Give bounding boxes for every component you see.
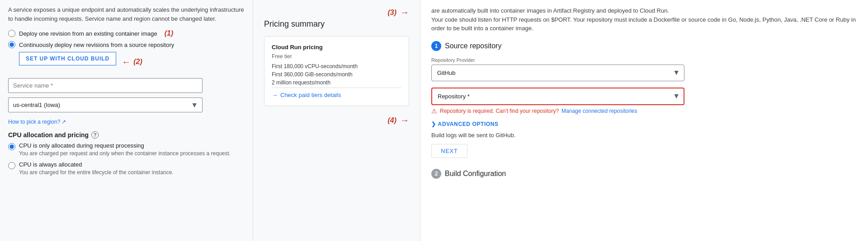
annotation-4-container: (4) →	[264, 115, 409, 125]
repository-select-wrapper: Repository * ▼	[431, 88, 684, 105]
cpu-radio-1-row: CPU is only allocated during request pro…	[8, 142, 245, 158]
region-field: us-central1 (Iowa) ▼	[8, 97, 245, 112]
description-text: A service exposes a unique endpoint and …	[8, 5, 245, 23]
right-desc-text-1: are automatically built into container i…	[431, 7, 669, 14]
right-description-1: are automatically built into container i…	[431, 6, 857, 33]
build-config-title-text: Build Configuration	[445, 170, 506, 178]
repo-provider-select[interactable]: GitHub	[431, 65, 684, 81]
cpu-radio-2[interactable]	[8, 162, 15, 169]
external-link-icon: ↗	[61, 119, 66, 125]
build-config-section-title: 2 Build Configuration	[431, 169, 857, 179]
source-repo-title-text: Source repository	[445, 42, 501, 50]
arrow-3: →	[400, 7, 409, 18]
cpu-option-2-desc: You are charged for the entire lifecycle…	[19, 169, 174, 176]
pricing-title: Pricing summary	[264, 19, 409, 29]
region-link[interactable]: How to pick a region? ↗	[8, 119, 66, 125]
repo-provider-label: Repository Provider	[431, 57, 857, 63]
annotation-3: (3)	[387, 9, 396, 17]
next-button[interactable]: NEXT	[431, 144, 467, 158]
left-panel: A service exposes a unique endpoint and …	[0, 0, 253, 241]
radio-group: Deploy one revision from an existing con…	[8, 29, 245, 48]
cpu-radio-2-row: CPU is always allocated You are charged …	[8, 161, 245, 176]
repository-error-message: ⚠ Repository is required. Can't find you…	[431, 107, 857, 115]
cloud-run-pricing-title: Cloud Run pricing	[272, 44, 401, 51]
free-tier-label: Free tier	[272, 53, 401, 60]
section-number-1: 1	[431, 41, 441, 51]
arrow-annotation-2: ←	[122, 57, 131, 67]
radio-existing-image[interactable]	[8, 30, 15, 37]
section-number-2: 2	[431, 169, 441, 179]
manage-connected-repos-link[interactable]: Manage connected repositories	[561, 108, 637, 114]
arrow-right-icon: →	[272, 92, 278, 98]
advanced-options-label: ADVANCED OPTIONS	[438, 121, 499, 127]
pricing-item-1: First 180,000 vCPU-seconds/month	[272, 63, 401, 70]
radio-option-2-row: Continuously deploy new revisions from a…	[8, 41, 245, 48]
cpu-help-icon[interactable]: ?	[91, 131, 99, 139]
cpu-option-2-text: CPU is always allocated You are charged …	[19, 161, 174, 176]
cpu-option-2: CPU is always allocated You are charged …	[8, 161, 245, 176]
middle-panel: (3) → Pricing summary Cloud Run pricing …	[253, 0, 420, 241]
service-name-field	[8, 78, 245, 93]
annotation-1: (1)	[165, 29, 174, 37]
region-select-wrapper: us-central1 (Iowa) ▼	[8, 97, 203, 112]
cpu-radio-1[interactable]	[8, 143, 15, 150]
cloud-build-button[interactable]: SET UP WITH CLOUD BUILD	[19, 52, 116, 65]
radio-option-1-row: Deploy one revision from an existing con…	[8, 29, 245, 37]
pricing-item-3: 2 million requests/month	[272, 79, 401, 86]
repo-provider-group: Repository Provider GitHub ▼	[431, 57, 857, 81]
radio-source-repo[interactable]	[8, 41, 15, 48]
cpu-option-1-label[interactable]: CPU is only allocated during request pro…	[19, 142, 231, 149]
cloud-build-row: SET UP WITH CLOUD BUILD ← (2)	[8, 52, 245, 72]
build-logs-text: Build logs will be sent to GitHub.	[431, 132, 857, 139]
check-paid-tiers-text: Check paid tiers details	[280, 92, 341, 98]
cpu-option-2-label[interactable]: CPU is always allocated	[19, 161, 174, 168]
repo-provider-select-wrapper: GitHub ▼	[431, 65, 684, 81]
annotation-3-container: (3) →	[264, 7, 409, 18]
arrow-4: →	[400, 115, 409, 125]
annotation-4: (4)	[387, 116, 396, 125]
annotation-2: (2)	[133, 58, 142, 66]
cpu-option-1: CPU is only allocated during request pro…	[8, 142, 245, 158]
cpu-option-1-desc: You are charged per request and only whe…	[19, 150, 231, 158]
error-icon: ⚠	[431, 107, 437, 115]
right-panel: are automatically built into container i…	[420, 0, 868, 241]
pricing-card: Cloud Run pricing Free tier First 180,00…	[264, 36, 409, 106]
region-link-container: How to pick a region? ↗	[8, 117, 245, 125]
radio-option-2-label[interactable]: Continuously deploy new revisions from a…	[19, 42, 174, 48]
advanced-options-toggle[interactable]: ❯ ADVANCED OPTIONS	[431, 121, 857, 127]
source-repo-section-title: 1 Source repository	[431, 41, 857, 51]
pricing-item-2: First 360,000 GiB-seconds/month	[272, 71, 401, 78]
cpu-option-1-text: CPU is only allocated during request pro…	[19, 142, 231, 158]
repository-group: Repository * ▼ ⚠ Repository is required.…	[431, 88, 857, 115]
chevron-down-icon: ❯	[431, 121, 436, 127]
radio-option-1-label[interactable]: Deploy one revision from an existing con…	[19, 30, 157, 37]
check-paid-tiers-link[interactable]: → Check paid tiers details	[272, 88, 401, 98]
cpu-section-title: CPU allocation and pricing	[8, 131, 89, 139]
repository-select[interactable]: Repository *	[431, 88, 684, 105]
cpu-section-header: CPU allocation and pricing ?	[8, 131, 245, 139]
service-name-input[interactable]	[8, 78, 203, 93]
error-text: Repository is required. Can't find your …	[440, 108, 559, 114]
right-desc-text-2: Your code should listen for HTTP request…	[431, 16, 856, 32]
region-select[interactable]: us-central1 (Iowa)	[8, 97, 203, 112]
region-link-text: How to pick a region?	[8, 119, 60, 125]
